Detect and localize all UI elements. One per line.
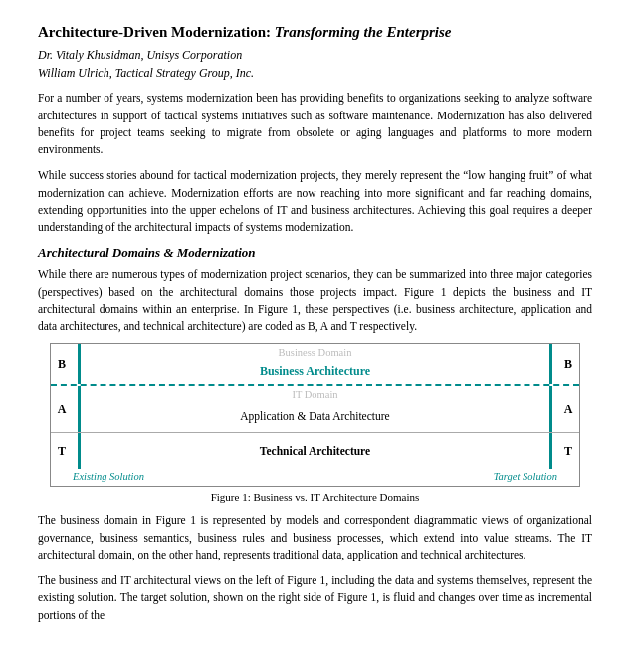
- letter-A-right: A: [557, 386, 579, 432]
- business-domain-label: Business Domain: [81, 347, 549, 358]
- letter-T-left: T: [51, 433, 73, 469]
- letter-T-right: T: [557, 433, 579, 469]
- post-figure-paragraph-2: The business and IT architectural views …: [38, 572, 592, 624]
- business-content: Business Domain Business Architecture: [81, 344, 549, 384]
- app-arch-label: Application & Data Architecture: [240, 410, 389, 422]
- section-heading: Architectural Domains & Modernization: [38, 245, 592, 261]
- it-domain-label: IT Domain: [81, 389, 549, 400]
- title-italic: Transforming the Enterprise: [275, 24, 452, 40]
- letter-A-left: A: [51, 386, 73, 432]
- section-paragraph-1: While there are numerous types of modern…: [38, 266, 592, 335]
- figure-caption: Figure 1: Business vs. IT Architecture D…: [38, 491, 592, 503]
- letter-B-left: B: [51, 344, 73, 384]
- application-content: IT Domain Application & Data Architectur…: [81, 386, 549, 432]
- title-plain: Architecture-Driven Modernization:: [38, 24, 275, 40]
- page: Architecture-Driven Modernization: Trans…: [0, 0, 630, 672]
- letter-B-right: B: [557, 344, 579, 384]
- figure-row-application: A IT Domain Application & Data Architect…: [51, 386, 579, 432]
- author-1: Dr. Vitaly Khusidman, Unisys Corporation: [38, 46, 592, 64]
- post-figure-paragraph-1: The business domain in Figure 1 is repre…: [38, 512, 592, 563]
- figure-footer: Existing Solution Target Solution: [51, 469, 579, 486]
- bar-right-B: [549, 344, 557, 384]
- bar-left-B: [73, 344, 81, 384]
- article-title: Architecture-Driven Modernization: Trans…: [38, 22, 592, 42]
- figure-container: B Business Domain Business Architecture …: [38, 343, 592, 503]
- paragraph-1: For a number of years, systems moderniza…: [38, 90, 592, 158]
- footer-left: Existing Solution: [73, 471, 144, 482]
- authors: Dr. Vitaly Khusidman, Unisys Corporation…: [38, 46, 592, 82]
- figure-row-technical: T Technical Architecture T: [51, 433, 579, 469]
- bar-right-T: [549, 433, 557, 469]
- business-arch-label: Business Architecture: [260, 364, 370, 379]
- paragraph-2: While success stories abound for tactica…: [38, 167, 592, 236]
- tech-arch-label: Technical Architecture: [260, 445, 370, 457]
- bar-left-A: [73, 386, 81, 432]
- bar-right-A: [549, 386, 557, 432]
- technical-content: Technical Architecture: [81, 433, 549, 469]
- figure-row-business: B Business Domain Business Architecture …: [51, 344, 579, 384]
- footer-right: Target Solution: [494, 471, 557, 482]
- figure-diagram: B Business Domain Business Architecture …: [50, 343, 580, 487]
- author-2: William Ulrich, Tactical Strategy Group,…: [38, 64, 592, 82]
- bar-left-T: [73, 433, 81, 469]
